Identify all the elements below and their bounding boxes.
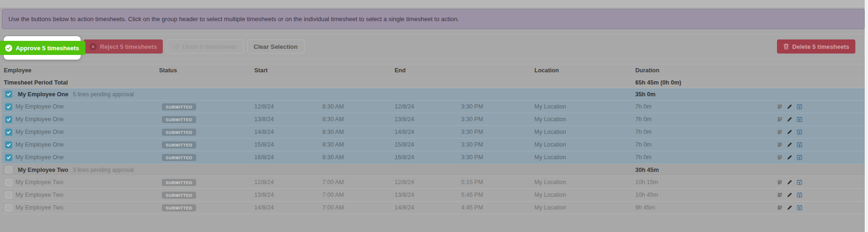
pencil-icon[interactable] — [786, 116, 793, 123]
row-end-time: 5:15 PM — [461, 179, 534, 186]
row-location: My Location — [534, 154, 635, 161]
info-banner: Use the buttons below to action timeshee… — [2, 9, 865, 29]
reject-button[interactable]: Reject 5 timesheets — [84, 39, 163, 54]
row-checkbox[interactable] — [5, 129, 12, 136]
pencil-icon[interactable] — [786, 129, 793, 135]
row-end-time: 3:30 PM — [461, 103, 534, 110]
group-employee-name: My Employee One — [18, 91, 69, 98]
row-employee-name: My Employee One — [15, 116, 159, 123]
row-end-time: 5:45 PM — [461, 192, 534, 198]
note-icon[interactable] — [777, 154, 783, 161]
row-location: My Location — [534, 204, 635, 211]
clear-selection-button[interactable]: Clear Selection — [247, 39, 305, 54]
row-checkbox[interactable] — [5, 179, 12, 186]
row-employee-name: My Employee One — [15, 103, 159, 110]
note-icon[interactable] — [777, 103, 783, 110]
group-duration: 35h 0m — [635, 91, 774, 98]
row-start-date: 12/8/24 — [254, 179, 322, 186]
row-checkbox[interactable] — [5, 204, 12, 211]
row-start-time: 8:30 AM — [322, 154, 395, 161]
group-pending-count: 3 lines pending approval — [73, 167, 134, 173]
calendar-up-icon[interactable] — [796, 103, 803, 110]
group-header-row[interactable]: My Employee Two 3 lines pending approval… — [2, 164, 865, 176]
row-employee-name: My Employee One — [15, 154, 159, 161]
timesheet-approval-panel: Use the buttons below to action timeshee… — [0, 0, 865, 214]
row-start-time: 7:00 AM — [322, 179, 395, 186]
clear-selection-label: Clear Selection — [254, 43, 298, 50]
row-end-time: 4:45 PM — [461, 204, 534, 211]
row-checkbox[interactable] — [5, 103, 12, 110]
row-location: My Location — [534, 141, 635, 148]
column-header-duration: Duration — [635, 67, 774, 74]
calendar-up-icon[interactable] — [796, 179, 803, 186]
row-duration: 7h 0m — [635, 129, 774, 135]
calendar-up-icon[interactable] — [796, 154, 803, 161]
row-end-date: 12/8/24 — [395, 103, 461, 110]
delete-button-label: Delete 5 timesheets — [792, 43, 849, 50]
row-location: My Location — [534, 103, 635, 110]
row-end-date: 13/8/24 — [395, 192, 461, 198]
row-duration: 10h 45m — [635, 192, 774, 198]
status-badge: SUBMITTED — [162, 116, 196, 123]
checkmark-icon — [6, 155, 11, 160]
note-icon[interactable] — [777, 141, 783, 148]
pencil-icon[interactable] — [786, 179, 793, 186]
calendar-up-icon[interactable] — [796, 192, 803, 198]
group-checkbox[interactable] — [5, 166, 12, 173]
note-icon[interactable] — [777, 204, 783, 211]
note-icon[interactable] — [777, 129, 783, 135]
table-header-row: Employee Status Start End Location Durat… — [2, 64, 865, 77]
pencil-icon[interactable] — [786, 103, 793, 110]
status-badge: SUBMITTED — [162, 103, 196, 110]
note-icon[interactable] — [777, 179, 783, 186]
row-checkbox[interactable] — [5, 116, 12, 123]
row-start-date: 12/8/24 — [254, 103, 322, 110]
row-end-date: 14/8/24 — [395, 204, 461, 211]
calendar-up-icon[interactable] — [796, 116, 803, 123]
row-location: My Location — [534, 179, 635, 186]
row-end-time: 3:30 PM — [461, 116, 534, 123]
row-end-time: 3:30 PM — [461, 129, 534, 135]
row-checkbox[interactable] — [5, 154, 12, 161]
row-duration: 7h 0m — [635, 103, 774, 110]
pencil-icon[interactable] — [786, 154, 793, 161]
pencil-icon[interactable] — [786, 141, 793, 148]
group-header-row[interactable]: My Employee One 5 lines pending approval… — [2, 88, 865, 101]
check-circle-icon — [5, 45, 12, 52]
calendar-up-icon[interactable] — [796, 129, 803, 135]
row-checkbox[interactable] — [5, 192, 12, 199]
group-checkbox-cell — [2, 166, 15, 173]
row-end-date: 14/8/24 — [395, 129, 461, 135]
row-checkbox[interactable] — [5, 141, 12, 148]
approve-button[interactable]: Approve 5 timesheets — [0, 41, 85, 55]
pencil-icon[interactable] — [786, 192, 793, 198]
checkmark-icon — [6, 117, 11, 122]
row-duration: 7h 0m — [635, 116, 774, 123]
row-start-date: 13/8/24 — [254, 192, 322, 198]
timesheet-row[interactable]: My Employee Two SUBMITTED 13/8/24 7:00 A… — [2, 189, 865, 201]
timesheet-row[interactable]: My Employee One SUBMITTED 16/8/24 8:30 A… — [2, 151, 865, 164]
group-checkbox[interactable] — [5, 91, 12, 98]
row-location: My Location — [534, 116, 635, 123]
pencil-icon[interactable] — [786, 204, 793, 211]
timesheet-row[interactable]: My Employee Two SUBMITTED 12/8/24 7:00 A… — [2, 176, 865, 189]
row-start-time: 7:00 AM — [322, 204, 395, 211]
note-icon[interactable] — [777, 116, 783, 123]
timesheet-row[interactable]: My Employee One SUBMITTED 12/8/24 8:30 A… — [2, 101, 865, 113]
period-total-label: Timesheet Period Total — [2, 79, 159, 86]
undo-arrow-icon: ↺ — [173, 43, 179, 50]
tour-spotlight: Approve 5 timesheets — [4, 36, 81, 60]
page-right-edge — [865, 0, 868, 232]
row-start-time: 8:30 AM — [322, 141, 395, 148]
timesheet-row[interactable]: My Employee One SUBMITTED 14/8/24 8:30 A… — [2, 126, 865, 139]
timesheet-row[interactable]: My Employee One SUBMITTED 15/8/24 8:30 A… — [2, 139, 865, 151]
note-icon[interactable] — [777, 192, 783, 198]
delete-button[interactable]: Delete 5 timesheets — [777, 39, 855, 54]
timesheet-row[interactable]: My Employee Two SUBMITTED 14/8/24 7:00 A… — [2, 201, 865, 214]
checkmark-icon — [6, 130, 11, 135]
calendar-up-icon[interactable] — [796, 141, 803, 148]
undo-button[interactable]: ↺ Undo 0 timesheets — [167, 39, 243, 54]
row-start-time: 8:30 AM — [322, 129, 395, 135]
timesheet-row[interactable]: My Employee One SUBMITTED 13/8/24 8:30 A… — [2, 113, 865, 126]
calendar-up-icon[interactable] — [796, 204, 803, 211]
